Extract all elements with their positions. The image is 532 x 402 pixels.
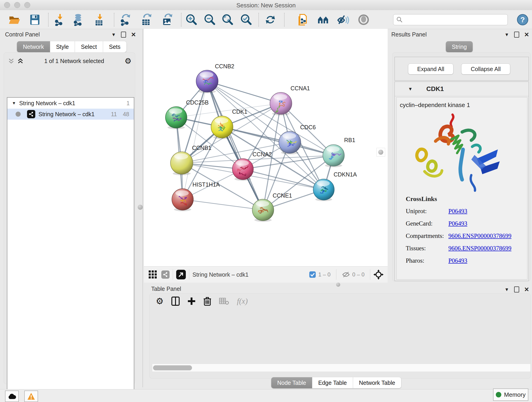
network-node-CCNB1[interactable]: CCNB1 xyxy=(171,145,211,175)
tab-select[interactable]: Select xyxy=(75,41,103,52)
network-node-CCNE1[interactable]: CCNE1 xyxy=(252,192,292,222)
export-image-icon[interactable] xyxy=(161,13,174,26)
network-canvas[interactable]: CCNB2CCNA1CDC25BCDK1CDC6RB1CCNB1CCNA2CDK… xyxy=(144,29,388,266)
delete-column-icon[interactable] xyxy=(203,297,211,306)
network-graph[interactable]: CCNB2CCNA1CDC25BCDK1CDC6RB1CCNB1CCNA2CDK… xyxy=(144,29,388,266)
warnings-button[interactable] xyxy=(24,390,38,402)
collapse-all-button[interactable]: Collapse All xyxy=(461,64,510,75)
left-divider-drag-handle[interactable] xyxy=(138,205,143,210)
collection-name: String Network – cdk1 xyxy=(19,100,75,107)
control-panel-float-icon[interactable] xyxy=(121,32,126,38)
birds-eye-view-icon[interactable] xyxy=(374,269,384,280)
right-divider-drag-handle[interactable] xyxy=(378,150,383,155)
collapse-all-icon[interactable] xyxy=(8,57,15,64)
current-network-title: String Network – cdk1 xyxy=(192,271,249,278)
control-panel-close-icon[interactable]: ✕ xyxy=(131,32,136,38)
help-icon[interactable]: ? xyxy=(516,13,529,26)
import-network-database-icon[interactable] xyxy=(72,13,85,26)
edge-CCNB2-CCNE1[interactable] xyxy=(207,81,263,210)
network-row-selected[interactable]: String Network – cdk1 11 48 xyxy=(7,109,134,120)
string-network-badge-icon[interactable] xyxy=(161,270,170,279)
edge-CDK1-RB1[interactable] xyxy=(222,127,334,155)
hide-graphics-details-icon[interactable] xyxy=(336,13,349,26)
crosslink-pharos-link[interactable]: P06493 xyxy=(448,257,467,264)
network-node-CDC25B[interactable]: CDC25B xyxy=(165,99,209,129)
crosslink-uniprot-link[interactable]: P06493 xyxy=(448,208,467,215)
control-panel: Control Panel ▼ ✕ Network Style Select S… xyxy=(0,29,137,387)
grid-view-icon[interactable] xyxy=(148,270,157,279)
zoom-fit-icon[interactable] xyxy=(221,13,234,26)
network-node-CDKN1A[interactable]: CDKN1A xyxy=(313,171,357,201)
expand-all-icon[interactable] xyxy=(17,57,24,64)
table-settings-gear-icon[interactable]: ⚙ xyxy=(156,297,164,306)
duplicate-network-icon[interactable] xyxy=(297,13,309,26)
gene-symbol: CDK1 xyxy=(426,85,444,93)
crosslink-label: GeneCard: xyxy=(406,220,448,227)
edge-CCNB2-CCNA1[interactable] xyxy=(207,81,281,103)
crosslink-compartments-link[interactable]: 9606.ENSP00000378699 xyxy=(448,232,511,240)
node-label-CCNE1: CCNE1 xyxy=(273,192,292,199)
selected-checkbox-icon[interactable] xyxy=(309,271,316,278)
tab-sets[interactable]: Sets xyxy=(103,41,127,52)
toolbar-separator xyxy=(173,269,173,280)
tab-edge-table[interactable]: Edge Table xyxy=(312,377,353,388)
search-field[interactable] xyxy=(393,14,508,25)
collection-expand-icon[interactable]: ▼ xyxy=(12,101,16,106)
toolbar-separator xyxy=(181,13,181,27)
crosslink-label: Compartments: xyxy=(406,232,448,240)
export-table-icon[interactable] xyxy=(140,13,153,26)
zoom-selected-icon[interactable] xyxy=(240,13,253,26)
tab-network-table[interactable]: Network Table xyxy=(353,377,401,388)
network-node-CCNB2[interactable]: CCNB2 xyxy=(196,63,234,93)
results-panel-close-icon[interactable]: ✕ xyxy=(524,32,529,38)
open-session-icon[interactable] xyxy=(8,13,21,26)
export-network-icon[interactable] xyxy=(119,13,132,26)
results-panel-menu-icon[interactable]: ▼ xyxy=(505,32,509,37)
search-icon xyxy=(396,16,403,23)
zoom-out-icon[interactable] xyxy=(203,13,216,26)
graphics-toggle-sphere-icon[interactable] xyxy=(357,13,370,26)
expand-all-button[interactable]: Expand All xyxy=(408,64,453,75)
tab-network[interactable]: Network xyxy=(17,41,50,52)
memory-button[interactable]: Memory xyxy=(493,389,528,401)
tab-node-table[interactable]: Node Table xyxy=(271,377,312,388)
tab-style[interactable]: Style xyxy=(50,41,75,52)
node-label-HIST1H1A: HIST1H1A xyxy=(192,181,220,188)
network-collection-row[interactable]: ▼ String Network – cdk1 1 xyxy=(7,98,134,109)
zoom-in-icon[interactable] xyxy=(185,13,198,26)
table-panel-menu-icon[interactable]: ▼ xyxy=(505,287,509,292)
crosslink-tissues-link[interactable]: 9606.ENSP00000378699 xyxy=(448,245,511,252)
gene-collapse-icon[interactable]: ▼ xyxy=(408,86,413,92)
crosslink-genecard-link[interactable]: P06493 xyxy=(448,220,467,227)
control-panel-menu-icon[interactable]: ▼ xyxy=(111,32,116,37)
network-options-gear-icon[interactable]: ⚙ xyxy=(125,57,132,65)
results-panel-float-icon[interactable] xyxy=(514,32,519,38)
network-node-CDK1[interactable]: CDK1 xyxy=(211,108,247,139)
toolbar-separator xyxy=(370,269,370,280)
network-node-HIST1H1A[interactable]: HIST1H1A xyxy=(172,181,220,211)
table-horizontal-scrollbar[interactable] xyxy=(152,364,530,371)
add-column-icon[interactable] xyxy=(187,297,196,305)
import-table-file-icon[interactable] xyxy=(94,13,106,26)
left-panel-divider[interactable] xyxy=(143,29,143,387)
tab-string[interactable]: String xyxy=(446,41,473,52)
open-in-window-icon[interactable] xyxy=(176,270,186,279)
table-scrollbar-thumb[interactable] xyxy=(153,365,192,370)
network-node-CCNA1[interactable]: CCNA1 xyxy=(270,85,310,115)
crosslink-label: Pharos: xyxy=(406,257,448,264)
automation-cloud-button[interactable] xyxy=(5,390,19,402)
gene-section-header[interactable]: ▼ CDK1 xyxy=(395,82,529,96)
save-session-icon[interactable] xyxy=(28,13,41,26)
edge-HIST1H1A-CCNE1[interactable] xyxy=(183,199,263,210)
table-panel-float-icon[interactable] xyxy=(514,287,519,293)
import-network-file-icon[interactable] xyxy=(54,13,66,26)
show-hide-annotations-icon[interactable] xyxy=(317,13,330,26)
node-label-RB1: RB1 xyxy=(344,137,355,143)
show-columns-icon[interactable] xyxy=(171,297,180,306)
memory-label: Memory xyxy=(504,391,526,398)
right-divider-handle-button[interactable] xyxy=(376,148,385,157)
network-node-RB1[interactable]: RB1 xyxy=(323,137,355,167)
table-panel-close-icon[interactable]: ✕ xyxy=(524,287,529,293)
search-input[interactable] xyxy=(405,15,507,25)
refresh-icon[interactable] xyxy=(264,13,277,26)
